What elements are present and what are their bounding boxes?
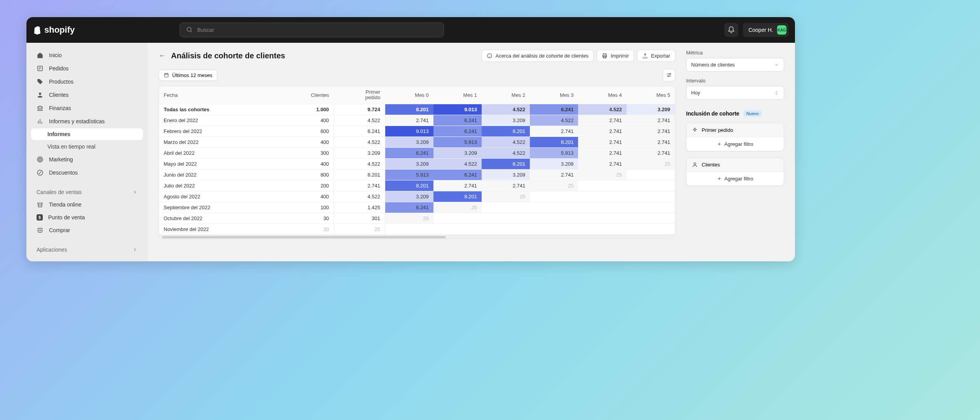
- cell: 4.522: [334, 191, 385, 202]
- table-row[interactable]: Enero del 20224004.5222.7416.2413.2094.5…: [159, 115, 675, 126]
- nav-apps-section[interactable]: Aplicaciones: [31, 244, 143, 255]
- nav-buy[interactable]: Comprar: [31, 224, 143, 236]
- nav-orders[interactable]: Pedidos: [31, 62, 143, 75]
- nav-channels-section[interactable]: Canales de ventas: [31, 187, 143, 198]
- heat-cell: 2.741: [530, 126, 578, 136]
- cell: 2.741: [334, 180, 385, 191]
- nav-pos[interactable]: $Punto de venta: [31, 212, 143, 223]
- nav-live[interactable]: Vista en tiempo real: [31, 141, 143, 152]
- sliders-icon: [666, 72, 672, 78]
- row-label: Junio del 2022: [159, 169, 276, 180]
- sparkle-icon: [692, 127, 698, 133]
- table-row[interactable]: Junio del 20228008.2015.9136.2413.2092.7…: [159, 169, 675, 180]
- heat-cell: [482, 213, 530, 224]
- table-row[interactable]: Marzo del 20224004.5223.2095.9134.5228.2…: [159, 136, 675, 147]
- column-header[interactable]: Mes 1: [433, 86, 482, 104]
- cell: 400: [276, 191, 334, 202]
- heat-cell: 25: [482, 191, 530, 202]
- heat-cell: 6.241: [433, 169, 482, 180]
- heat-cell: 3.209: [627, 104, 675, 115]
- about-button[interactable]: Acerca del análisis de cohorte de client…: [482, 50, 594, 62]
- table-row[interactable]: Agosto del 20224004.5223.2098.20125: [159, 191, 675, 202]
- back-button[interactable]: ←: [159, 52, 166, 60]
- heat-cell: [385, 224, 433, 234]
- table-settings-button[interactable]: [663, 69, 675, 81]
- shopify-icon: [33, 25, 42, 35]
- table-row[interactable]: Julio del 20222002.7418.2012.7412.74125: [159, 180, 675, 191]
- store-icon: [37, 201, 44, 208]
- table-row[interactable]: Todas las cohortes1.0009.7248.2019.0134.…: [159, 104, 675, 115]
- sidebar: Inicio Pedidos Productos Clientes Finanz…: [26, 43, 148, 261]
- interval-select[interactable]: Hoy: [686, 86, 784, 100]
- heat-cell: 4.522: [482, 136, 530, 147]
- heat-cell: 2.741: [578, 115, 626, 126]
- column-header[interactable]: Fecha: [159, 86, 276, 104]
- cell: 20: [276, 224, 334, 234]
- search-placeholder: Buscar: [197, 27, 214, 33]
- notifications-button[interactable]: [724, 23, 738, 37]
- cell: 4.522: [334, 136, 385, 147]
- svg-point-3: [38, 80, 39, 81]
- heat-cell: 9.013: [385, 126, 433, 136]
- heat-cell: [578, 202, 626, 213]
- horizontal-scrollbar[interactable]: [159, 235, 675, 239]
- table-row[interactable]: Noviembre del 20222025: [159, 224, 675, 234]
- heat-cell: [627, 180, 675, 191]
- cohort-section-title: Inclusión de cohorte: [686, 110, 739, 117]
- heat-cell: 2.741: [627, 115, 675, 126]
- table-row[interactable]: Febrero del 20226006.2419.0136.2418.2012…: [159, 126, 675, 136]
- table-row[interactable]: Septiembre del 20221001.4256.24125: [159, 202, 675, 213]
- column-header[interactable]: Primerpedido: [334, 86, 385, 104]
- cell: 8.201: [334, 169, 385, 180]
- search-input[interactable]: Buscar: [180, 23, 444, 37]
- heat-cell: 4.522: [482, 104, 530, 115]
- logo[interactable]: shopify: [33, 25, 75, 35]
- add-filter-first-order[interactable]: Agregar filtro: [687, 137, 784, 151]
- calendar-icon: [164, 72, 169, 78]
- table-row[interactable]: Octubre del 20223030125: [159, 213, 675, 224]
- metric-select[interactable]: Número de clientes: [686, 58, 784, 72]
- column-header[interactable]: Clientes: [276, 86, 334, 104]
- cohort-table: FechaClientesPrimerpedidoMes 0Mes 1Mes 2…: [159, 86, 675, 239]
- cell: 25: [334, 224, 385, 234]
- heat-cell: 2.741: [482, 180, 530, 191]
- nav-customers[interactable]: Clientes: [31, 89, 143, 101]
- heat-cell: [530, 213, 578, 224]
- nav-online-store[interactable]: Tienda online: [31, 198, 143, 211]
- person-icon: [37, 91, 44, 98]
- heat-cell: 25: [385, 213, 433, 224]
- column-header[interactable]: Mes 5: [627, 86, 675, 104]
- date-range-chip[interactable]: Últimos 12 meses: [159, 70, 217, 81]
- export-icon: [642, 53, 648, 59]
- user-menu[interactable]: Cooper H. KAG: [743, 23, 789, 37]
- column-header[interactable]: Mes 2: [482, 86, 530, 104]
- buy-icon: [37, 227, 44, 234]
- nav-reports[interactable]: Informes: [31, 128, 143, 140]
- nav-marketing[interactable]: Marketing: [31, 153, 143, 166]
- cell: 300: [276, 147, 334, 158]
- column-header[interactable]: Mes 3: [530, 86, 578, 104]
- heat-cell: [530, 191, 578, 202]
- column-header[interactable]: Mes 4: [578, 86, 626, 104]
- export-button[interactable]: Exportar: [637, 50, 675, 62]
- nav-finance[interactable]: Finanzas: [31, 102, 143, 114]
- bank-icon: [37, 105, 44, 112]
- heat-cell: 3.209: [482, 115, 530, 126]
- nav-discounts[interactable]: Descuentos: [31, 166, 143, 179]
- nav-analytics[interactable]: Informes y estadísticas: [31, 115, 143, 128]
- table-row[interactable]: Mayo del 20224004.5223.2094.5228.2013.20…: [159, 158, 675, 169]
- row-label: Noviembre del 2022: [159, 224, 276, 234]
- user-name: Cooper H.: [748, 27, 773, 33]
- info-icon: [487, 53, 493, 59]
- print-button[interactable]: Imprimir: [597, 50, 634, 62]
- table-row[interactable]: Abril del 20223003.2096.2413.2094.5225.9…: [159, 147, 675, 158]
- heat-cell: 2.741: [627, 126, 675, 136]
- nav-products[interactable]: Productos: [31, 75, 143, 88]
- cell: 600: [276, 126, 334, 136]
- print-icon: [602, 53, 608, 59]
- nav-home[interactable]: Inicio: [31, 49, 143, 61]
- filter-first-order: Primer pedido Agregar filtro: [686, 123, 784, 151]
- column-header[interactable]: Mes 0: [385, 86, 433, 104]
- heat-cell: [530, 202, 578, 213]
- add-filter-customers[interactable]: Agregar filtro: [687, 172, 784, 186]
